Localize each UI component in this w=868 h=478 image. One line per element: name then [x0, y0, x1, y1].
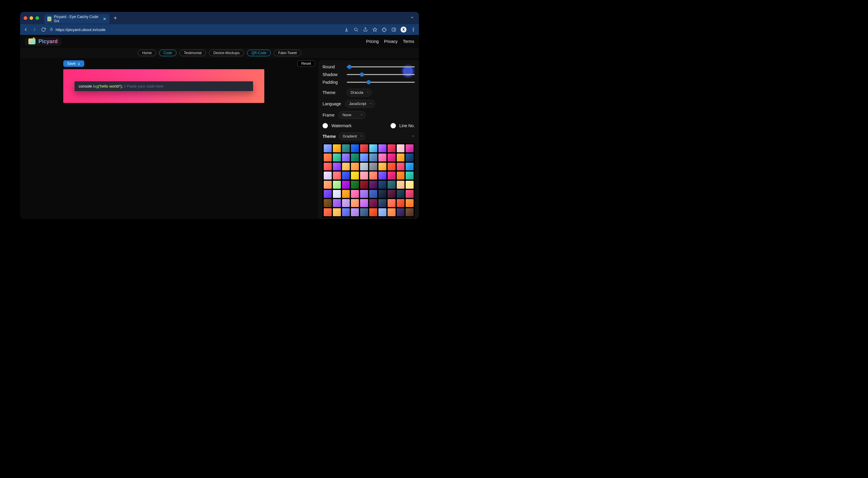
gradient-swatch[interactable] [378, 153, 386, 161]
gradient-swatch[interactable] [333, 172, 341, 180]
gradient-swatch[interactable] [378, 190, 386, 198]
gradient-swatch[interactable] [351, 144, 359, 152]
gradient-swatch[interactable] [351, 199, 359, 207]
gradient-swatch[interactable] [369, 199, 377, 207]
gradient-swatch[interactable] [369, 172, 377, 180]
theme-select[interactable]: Dracula [347, 89, 372, 96]
gradient-swatch[interactable] [406, 190, 413, 198]
gradient-swatch[interactable] [324, 208, 332, 216]
gradient-swatch[interactable] [360, 144, 368, 152]
gradient-swatch[interactable] [360, 208, 368, 216]
gradient-swatch[interactable] [369, 153, 377, 161]
watermark-toggle[interactable] [322, 123, 328, 128]
gradient-swatch[interactable] [351, 163, 359, 171]
gradient-swatch[interactable] [406, 153, 413, 161]
gradient-swatch[interactable] [369, 181, 377, 189]
gradient-swatch[interactable] [406, 181, 413, 189]
close-window-icon[interactable] [24, 16, 27, 20]
reset-button[interactable]: Reset [298, 60, 315, 67]
gradient-swatch[interactable] [388, 181, 396, 189]
gradient-swatch[interactable] [351, 208, 359, 216]
gradient-swatch[interactable] [388, 163, 396, 171]
brand[interactable]: Picyard [25, 37, 61, 46]
gradient-swatch[interactable] [378, 163, 386, 171]
pill-testimonial[interactable]: Testimonial [180, 50, 206, 56]
gradient-swatch[interactable] [397, 199, 405, 207]
gradient-swatch[interactable] [397, 163, 405, 171]
back-icon[interactable] [23, 27, 28, 32]
gradient-swatch[interactable] [360, 190, 368, 198]
gradient-swatch[interactable] [388, 172, 396, 180]
pill-home[interactable]: Home [138, 50, 156, 56]
gradient-swatch[interactable] [406, 172, 413, 180]
new-tab-button[interactable]: + [114, 15, 117, 22]
extensions-icon[interactable] [382, 27, 387, 32]
gradient-swatch[interactable] [360, 172, 368, 180]
profile-avatar[interactable]: X [401, 27, 406, 33]
gradient-swatch[interactable] [342, 172, 350, 180]
gradient-swatch[interactable] [388, 208, 396, 216]
address-field[interactable]: https://picyard.ubout.in/code [50, 28, 105, 32]
share-icon[interactable] [363, 27, 368, 32]
gradient-swatch[interactable] [388, 153, 396, 161]
gradient-swatch[interactable] [333, 181, 341, 189]
gradient-swatch[interactable] [378, 181, 386, 189]
gradient-swatch[interactable] [351, 172, 359, 180]
bg-theme-select[interactable]: Gradient [339, 132, 365, 140]
sidepanel-icon[interactable] [391, 27, 397, 32]
gradient-swatch[interactable] [342, 163, 350, 171]
padding-slider[interactable] [347, 80, 415, 84]
gradient-swatch[interactable] [324, 199, 332, 207]
gradient-swatch[interactable] [406, 199, 413, 207]
gradient-swatch[interactable] [342, 181, 350, 189]
header-link-privacy[interactable]: Privacy [384, 39, 398, 44]
round-slider[interactable] [347, 65, 415, 69]
pill-qr-code[interactable]: QR-Code [247, 50, 271, 56]
browser-tab[interactable]: Picyard - Eye Catchy Code Sni ✕ [44, 14, 110, 24]
gradient-swatch[interactable] [342, 190, 350, 198]
gradient-swatch[interactable] [397, 190, 405, 198]
pill-code[interactable]: Code [159, 50, 177, 56]
gradient-swatch[interactable] [351, 181, 359, 189]
gradient-swatch[interactable] [342, 208, 350, 216]
gradient-swatch[interactable] [388, 190, 396, 198]
gradient-swatch[interactable] [360, 181, 368, 189]
gradient-swatch[interactable] [369, 163, 377, 171]
pill-fake-tweet[interactable]: Fake-Tweet [274, 50, 301, 56]
gradient-swatch[interactable] [324, 181, 332, 189]
gradient-swatch[interactable] [378, 199, 386, 207]
gradient-swatch[interactable] [360, 153, 368, 161]
minimize-window-icon[interactable] [30, 16, 33, 20]
code-card[interactable]: console.log('hello world!'); // Paste yo… [74, 81, 253, 91]
gradient-swatch[interactable] [378, 172, 386, 180]
tabs-overflow-icon[interactable] [410, 16, 419, 21]
frame-select[interactable]: None [339, 111, 366, 119]
gradient-swatch[interactable] [324, 172, 332, 180]
gradient-swatch[interactable] [397, 181, 405, 189]
gradient-swatch[interactable] [324, 163, 332, 171]
gradient-swatch[interactable] [378, 144, 386, 152]
gradient-swatch[interactable] [360, 199, 368, 207]
gradient-swatch[interactable] [406, 208, 413, 216]
gradient-swatch[interactable] [324, 144, 332, 152]
maximize-window-icon[interactable] [35, 16, 39, 20]
gradient-swatch[interactable] [342, 199, 350, 207]
download-icon[interactable] [344, 27, 349, 32]
gradient-swatch[interactable] [360, 163, 368, 171]
gradient-swatch[interactable] [378, 208, 386, 216]
gradient-swatch[interactable] [397, 144, 405, 152]
forward-icon[interactable] [32, 27, 37, 32]
gradient-swatch[interactable] [406, 163, 413, 171]
gradient-swatch[interactable] [324, 190, 332, 198]
shadow-slider[interactable] [347, 72, 415, 77]
collapse-icon[interactable] [411, 134, 415, 139]
gradient-swatch[interactable] [369, 144, 377, 152]
gradient-swatch[interactable] [351, 153, 359, 161]
save-button[interactable]: Save [63, 60, 84, 67]
gradient-swatch[interactable] [333, 144, 341, 152]
zoom-icon[interactable] [353, 27, 359, 32]
gradient-swatch[interactable] [333, 190, 341, 198]
gradient-swatch[interactable] [333, 208, 341, 216]
reload-icon[interactable] [41, 27, 46, 32]
header-link-terms[interactable]: Terms [403, 39, 414, 44]
